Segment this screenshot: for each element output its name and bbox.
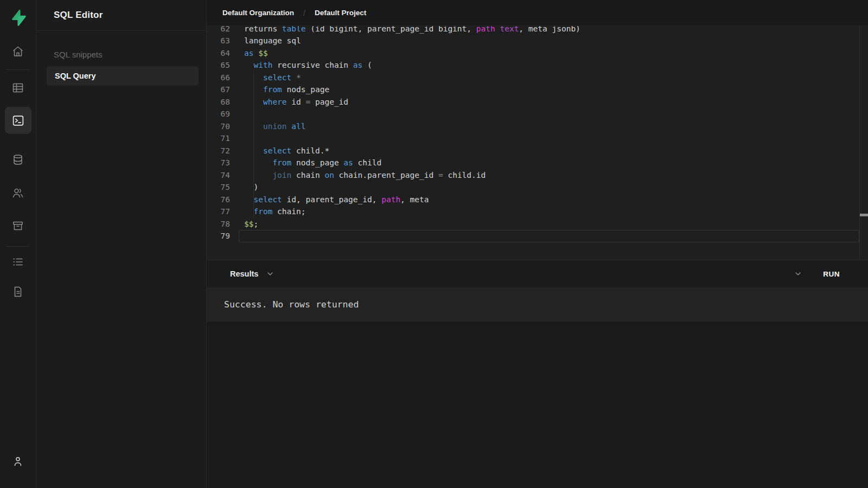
- code-token: select: [253, 195, 282, 204]
- code-token: child: [353, 158, 381, 167]
- code-line[interactable]: 68 where id = page_id: [207, 96, 868, 108]
- code-line[interactable]: 63language sql: [207, 35, 868, 47]
- code-token: from: [272, 158, 291, 167]
- code-text: [239, 132, 244, 145]
- code-line[interactable]: 64as $$: [207, 47, 868, 60]
- line-number: 69: [207, 108, 239, 120]
- code-text: where id = page_id: [239, 96, 348, 108]
- code-line[interactable]: 69: [207, 108, 868, 120]
- code-lines: 62returns table (id bigint, parent_page_…: [207, 26, 868, 242]
- line-number: 75: [207, 181, 239, 194]
- code-line[interactable]: 66 select *: [207, 72, 868, 84]
- line-number: 78: [207, 218, 239, 230]
- success-message: Success. No rows returned: [224, 299, 359, 310]
- collapse-panel-chevron-icon[interactable]: [794, 269, 802, 278]
- code-token: language sql: [244, 36, 301, 45]
- table-editor-icon[interactable]: [0, 81, 36, 94]
- sidebar-item-sql-query[interactable]: SQL Query: [47, 66, 199, 86]
- code-token: [244, 158, 272, 167]
- code-token: chain;: [272, 207, 305, 216]
- code-line[interactable]: 65 with recursive chain as (: [207, 59, 868, 72]
- code-text: select child.*: [239, 145, 329, 157]
- code-text: from nods_page: [239, 84, 329, 96]
- chevron-down-icon: [266, 269, 275, 278]
- sidebar-header: SQL Editor: [36, 0, 206, 31]
- code-text: union all: [239, 120, 306, 133]
- results-bar: Results RUN: [207, 260, 868, 287]
- code-text: returns table (id bigint, parent_page_id…: [239, 26, 580, 35]
- sql-editor-icon[interactable]: [5, 107, 31, 134]
- line-number: 76: [207, 194, 239, 206]
- home-icon[interactable]: [0, 45, 36, 58]
- code-token: nods_page: [291, 158, 343, 167]
- code-text: $$;: [239, 218, 258, 230]
- editor-scrollbar-thumb[interactable]: [860, 214, 868, 216]
- snippet-label: SQL Query: [55, 72, 95, 80]
- line-number: 62: [207, 26, 239, 35]
- code-token: as: [343, 158, 353, 167]
- code-token: page_id: [310, 98, 348, 106]
- line-number: 71: [207, 132, 239, 145]
- rail-divider: [7, 246, 30, 247]
- code-line[interactable]: 76 select id, parent_page_id, path, meta: [207, 194, 868, 206]
- supabase-logo-icon[interactable]: [0, 9, 36, 27]
- docs-file-icon[interactable]: [0, 285, 36, 298]
- sidebar: SQL Editor SQL snippets SQL Query: [36, 0, 207, 488]
- snippets-section-label: SQL snippets: [54, 50, 206, 59]
- results-dropdown[interactable]: Results: [230, 269, 275, 278]
- code-line[interactable]: 73 from nods_page as child: [207, 157, 868, 169]
- sql-code-editor[interactable]: 62returns table (id bigint, parent_page_…: [207, 26, 868, 260]
- code-token: table: [282, 26, 306, 33]
- line-number: 70: [207, 120, 239, 133]
- breadcrumb-project[interactable]: Default Project: [315, 9, 366, 17]
- code-line[interactable]: 77 from chain;: [207, 206, 868, 218]
- code-token: [244, 171, 272, 179]
- code-text: ): [239, 181, 258, 194]
- line-number: 74: [207, 169, 239, 182]
- code-text: [239, 230, 244, 242]
- database-icon[interactable]: [0, 153, 36, 166]
- code-line[interactable]: 78$$;: [207, 218, 868, 230]
- code-token: [244, 146, 263, 155]
- auth-users-icon[interactable]: [0, 187, 36, 200]
- code-token: chain: [291, 171, 324, 179]
- editor-scrollbar-track: [859, 26, 860, 260]
- code-token: path: [381, 195, 400, 204]
- account-icon[interactable]: [0, 455, 36, 468]
- code-text: language sql: [239, 35, 301, 47]
- code-token: from: [263, 85, 282, 94]
- code-token: as: [353, 61, 362, 69]
- code-text: as $$: [239, 47, 268, 60]
- code-line[interactable]: 67 from nods_page: [207, 84, 868, 96]
- code-line[interactable]: 71: [207, 132, 868, 145]
- code-token: $$: [244, 220, 253, 228]
- line-number: 73: [207, 157, 239, 169]
- code-token: recursive chain: [272, 61, 353, 69]
- code-line[interactable]: 70 union all: [207, 120, 868, 133]
- line-number: 72: [207, 145, 239, 157]
- logs-list-icon[interactable]: [0, 255, 36, 268]
- code-token: (id bigint, parent_page_id bigint,: [306, 26, 476, 33]
- storage-icon[interactable]: [0, 220, 36, 233]
- line-number: 66: [207, 72, 239, 84]
- code-token: as: [244, 49, 253, 57]
- app-window: SQL Editor SQL snippets SQL Query Defaul…: [0, 0, 868, 488]
- breadcrumb-organization[interactable]: Default Organization: [222, 9, 294, 17]
- code-line[interactable]: 72 select child.*: [207, 145, 868, 157]
- code-text: join chain on chain.parent_page_id = chi…: [239, 169, 486, 182]
- code-line[interactable]: 74 join chain on chain.parent_page_id = …: [207, 169, 868, 182]
- results-bar-actions: RUN: [794, 269, 840, 278]
- code-text: select id, parent_page_id, path, meta: [239, 194, 429, 206]
- code-text: select *: [239, 72, 301, 84]
- line-number: 67: [207, 84, 239, 96]
- code-line[interactable]: 75 ): [207, 181, 868, 194]
- code-line[interactable]: 79: [207, 230, 868, 242]
- code-token: [244, 98, 263, 106]
- code-token: where: [263, 98, 287, 106]
- run-button[interactable]: RUN: [823, 270, 840, 278]
- code-line[interactable]: 62returns table (id bigint, parent_page_…: [207, 26, 868, 35]
- code-token: , meta: [400, 195, 429, 204]
- code-token: path: [476, 26, 495, 33]
- code-token: [244, 195, 253, 204]
- code-token: child.*: [291, 146, 329, 155]
